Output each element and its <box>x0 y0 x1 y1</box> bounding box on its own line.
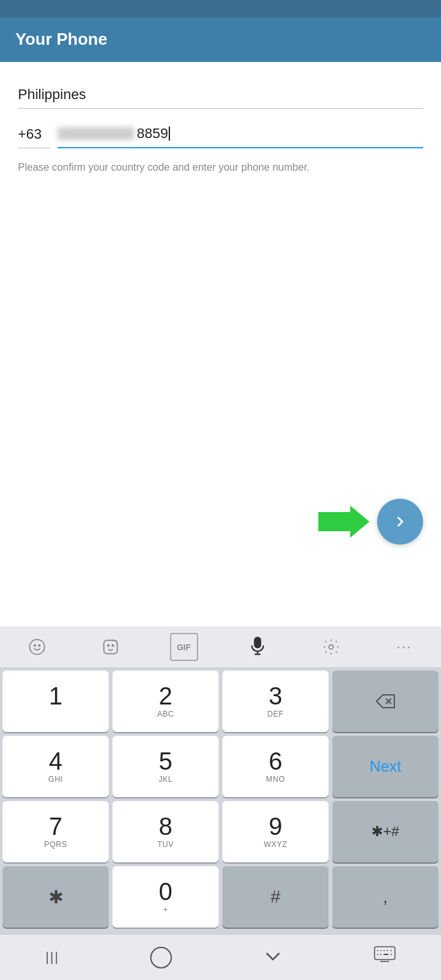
svg-point-5 <box>107 645 109 646</box>
keyboard-row-4: ✱ 0 + # , <box>3 866 438 928</box>
sticker-icon[interactable] <box>97 633 125 661</box>
cursor <box>169 127 170 141</box>
back-nav-icon[interactable]: ||| <box>45 950 59 965</box>
down-nav-icon[interactable] <box>263 947 282 967</box>
status-bar <box>0 0 441 18</box>
key-comma[interactable]: , <box>332 866 438 928</box>
svg-point-2 <box>34 645 35 646</box>
arrow-right-icon <box>390 511 410 532</box>
emoji-icon[interactable] <box>23 633 51 661</box>
svg-rect-7 <box>254 637 260 648</box>
keyboard-rows: 1 2 ABC 3 DEF 4 GHI <box>0 668 441 934</box>
special-key[interactable]: ✱+# <box>332 801 438 862</box>
microphone-icon[interactable] <box>244 633 272 661</box>
keyboard-area: GIF ··· 1 2 ABC <box>0 626 441 980</box>
country-code: +63 <box>18 122 50 148</box>
country-input[interactable] <box>18 82 423 109</box>
key-3[interactable]: 3 DEF <box>222 671 329 732</box>
backspace-key[interactable] <box>332 671 438 732</box>
svg-marker-0 <box>318 506 369 538</box>
next-button-area <box>318 499 423 545</box>
backspace-icon <box>374 692 397 710</box>
green-arrow-icon <box>318 502 369 541</box>
keyboard-row-1: 1 2 ABC 3 DEF <box>3 671 438 732</box>
svg-point-3 <box>38 645 40 646</box>
app-header: Your Phone <box>0 18 441 62</box>
key-4[interactable]: 4 GHI <box>3 736 109 797</box>
key-hash[interactable]: # <box>222 866 329 928</box>
keyboard-row-2: 4 GHI 5 JKL 6 MNO Next <box>3 736 438 797</box>
next-key[interactable]: Next <box>332 736 438 797</box>
key-star[interactable]: ✱ <box>3 866 109 928</box>
phone-blurred-part <box>58 127 134 140</box>
settings-icon[interactable] <box>317 633 345 661</box>
phone-row: +63 8859 <box>18 121 423 148</box>
home-nav-icon[interactable] <box>150 947 172 968</box>
svg-point-10 <box>329 645 333 649</box>
next-key-label: Next <box>369 758 401 775</box>
key-1[interactable]: 1 <box>3 671 109 732</box>
key-8[interactable]: 8 TUV <box>112 801 219 862</box>
country-field-group <box>18 82 423 109</box>
svg-rect-13 <box>375 947 395 960</box>
key-2[interactable]: 2 ABC <box>112 671 219 732</box>
keyboard-toolbar: GIF ··· <box>0 626 441 668</box>
main-content: +63 8859 Please confirm your country cod… <box>0 62 441 188</box>
more-icon[interactable]: ··· <box>391 633 419 661</box>
key-5[interactable]: 5 JKL <box>112 736 219 797</box>
hint-text: Please confirm your country code and ent… <box>18 160 423 175</box>
phone-number-field[interactable]: 8859 <box>58 121 423 148</box>
nav-bar: ||| <box>0 934 441 980</box>
key-0[interactable]: 0 + <box>112 866 219 928</box>
phone-number-visible: 8859 <box>137 125 168 142</box>
gif-icon[interactable]: GIF <box>170 633 198 661</box>
svg-point-6 <box>112 645 113 646</box>
svg-point-1 <box>29 639 44 654</box>
svg-rect-4 <box>104 641 117 654</box>
key-6[interactable]: 6 MNO <box>222 736 329 797</box>
keyboard-row-3: 7 PQRS 8 TUV 9 WXYZ ✱+# <box>3 801 438 862</box>
next-circle-button[interactable] <box>377 499 423 545</box>
key-9[interactable]: 9 WXYZ <box>222 801 329 862</box>
keyboard-nav-icon[interactable] <box>374 946 396 968</box>
key-7[interactable]: 7 PQRS <box>3 801 109 862</box>
page-title: Your Phone <box>15 29 107 49</box>
